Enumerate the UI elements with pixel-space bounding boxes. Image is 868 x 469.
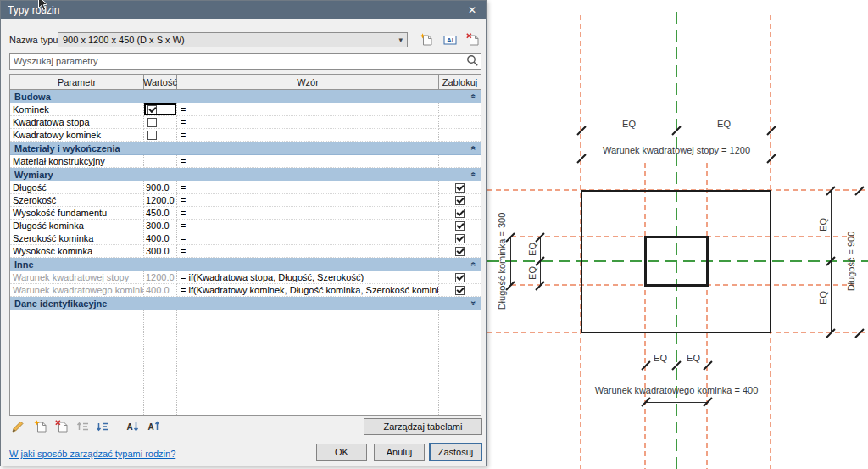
param-value-cell[interactable]: 1200.0: [144, 271, 177, 284]
param-lock-cell: [439, 103, 481, 116]
type-name-value: 900 x 1200 x 450 (D x S x W): [63, 35, 185, 45]
param-formula[interactable]: =: [177, 220, 439, 232]
param-formula[interactable]: = if(Kwadratowy kominek, Długość kominka…: [177, 284, 439, 297]
param-value-cell[interactable]: 400.0: [144, 284, 177, 297]
dim-label-eq[interactable]: EQ: [527, 243, 537, 256]
apply-button[interactable]: Zastosuj: [429, 443, 482, 461]
dim-label-eq[interactable]: EQ: [527, 266, 537, 280]
param-checkbox[interactable]: [147, 131, 157, 140]
param-formula[interactable]: =: [177, 116, 439, 129]
dim-label-eq[interactable]: EQ: [622, 119, 636, 129]
param-lock-cell[interactable]: [439, 207, 481, 220]
section-header-dane[interactable]: Dane identyfikacyjne»: [10, 297, 481, 310]
dim-label-square-chimney[interactable]: Warunek kwadratowego kominka = 400: [595, 385, 759, 395]
lock-checkbox[interactable]: [455, 196, 465, 205]
type-name-combobox[interactable]: 900 x 1200 x 450 (D x S x W) ▾: [58, 32, 408, 47]
search-icon[interactable]: [466, 54, 479, 70]
dim-label-eq[interactable]: EQ: [717, 119, 731, 129]
param-lock-cell[interactable]: [439, 232, 481, 245]
param-value-cell[interactable]: 450.0: [144, 207, 177, 220]
section-header-budowa[interactable]: Budowa«: [10, 90, 481, 103]
delete-parameter-icon[interactable]: [54, 419, 70, 434]
param-formula[interactable]: =: [177, 103, 439, 116]
param-formula[interactable]: =: [177, 207, 439, 220]
empty-cell: [10, 310, 144, 415]
param-formula[interactable]: =: [177, 155, 439, 168]
param-value-cell[interactable]: [144, 129, 177, 142]
chevron-double-up-icon[interactable]: «: [470, 94, 479, 99]
param-checkbox[interactable]: [147, 118, 157, 127]
chevron-double-up-icon[interactable]: «: [470, 262, 479, 267]
param-formula[interactable]: =: [177, 181, 439, 194]
lock-checkbox[interactable]: [455, 273, 465, 282]
ok-button[interactable]: OK: [316, 444, 367, 461]
chevron-double-up-icon[interactable]: «: [470, 146, 479, 151]
dim-line-chimney-length[interactable]: [510, 237, 511, 286]
chevron-double-down-icon[interactable]: »: [470, 301, 479, 306]
param-lock-cell[interactable]: [439, 194, 481, 207]
param-value-cell[interactable]: [144, 116, 177, 129]
section-header-wymiary[interactable]: Wymiary«: [10, 168, 481, 181]
section-header-materialy[interactable]: Materiały i wykończenia«: [10, 142, 481, 155]
dim-label-chimney-length[interactable]: Długość kominka = 300: [497, 213, 507, 310]
search-input[interactable]: [9, 53, 481, 70]
param-lock-cell[interactable]: [439, 271, 481, 284]
param-lock-cell[interactable]: [439, 284, 481, 297]
dim-label-eq[interactable]: EQ: [687, 353, 700, 363]
rename-type-button[interactable]: AI: [442, 32, 458, 47]
help-link[interactable]: W jaki sposób zarządzać typami rodzin?: [9, 449, 175, 459]
param-lock-cell[interactable]: [439, 220, 481, 232]
dim-line-footing-width[interactable]: [581, 159, 771, 159]
param-value-cell[interactable]: 1200.0: [144, 194, 177, 207]
dim-line-length[interactable]: [860, 191, 860, 333]
param-formula[interactable]: = if(Kwadratowa stopa, Długość, Szerokoś…: [177, 271, 439, 284]
dialog-titlebar[interactable]: Typy rodzin ✕: [1, 1, 486, 19]
move-up-icon[interactable]: [75, 419, 91, 434]
edit-parameter-icon[interactable]: [10, 419, 25, 434]
sort-ascending-icon[interactable]: A: [125, 419, 141, 434]
dim-label-eq[interactable]: EQ: [654, 353, 667, 363]
param-value-cell[interactable]: 900.0: [144, 181, 177, 194]
param-row: Długość kominka300.0=: [10, 220, 481, 232]
param-lock-cell: [439, 129, 481, 142]
lock-checkbox[interactable]: [455, 247, 465, 256]
dim-line-chimney-width[interactable]: [646, 402, 708, 403]
lock-checkbox[interactable]: [455, 234, 465, 243]
dim-label-square-footing[interactable]: Warunek kwadratowej stopy = 1200: [603, 145, 750, 155]
empty-cell: [144, 310, 177, 415]
param-lock-cell[interactable]: [439, 181, 481, 194]
param-formula[interactable]: =: [177, 129, 439, 142]
dim-label-eq[interactable]: EQ: [818, 218, 828, 232]
lock-checkbox[interactable]: [455, 286, 465, 295]
param-value-cell[interactable]: 300.0: [144, 245, 177, 258]
param-value-cell[interactable]: 300.0: [144, 220, 177, 232]
dim-label-eq[interactable]: EQ: [818, 291, 828, 304]
dim-label-length[interactable]: Długość = 900: [846, 232, 856, 292]
lock-checkbox[interactable]: [455, 221, 465, 231]
section-header-inne[interactable]: Inne«: [10, 258, 481, 271]
sort-descending-icon[interactable]: A: [147, 419, 162, 434]
param-formula[interactable]: =: [177, 194, 439, 207]
param-checkbox[interactable]: [147, 105, 157, 114]
param-value-cell[interactable]: 400.0: [144, 232, 177, 245]
param-lock-cell[interactable]: [439, 245, 481, 258]
param-name: Długość kominka: [10, 220, 144, 232]
new-type-button[interactable]: [419, 32, 434, 47]
param-formula[interactable]: =: [177, 245, 439, 258]
param-value-cell[interactable]: [144, 155, 177, 168]
new-parameter-icon[interactable]: [33, 419, 48, 434]
delete-type-button[interactable]: [465, 32, 481, 47]
param-value-cell[interactable]: [144, 103, 177, 116]
lock-checkbox[interactable]: [455, 183, 465, 193]
param-formula[interactable]: =: [177, 232, 439, 245]
table-empty-area: [10, 310, 481, 415]
chevron-double-up-icon[interactable]: «: [470, 172, 479, 177]
close-icon[interactable]: ✕: [465, 3, 479, 17]
chevron-down-icon[interactable]: ▾: [398, 36, 403, 44]
move-down-icon[interactable]: [95, 419, 110, 434]
param-row: Kwadratowy kominek=: [10, 129, 481, 142]
manage-tables-button[interactable]: Zarządzaj tabelami: [364, 418, 482, 435]
lock-checkbox[interactable]: [455, 209, 465, 218]
chimney-rectangle[interactable]: [644, 236, 709, 287]
cancel-button[interactable]: Anuluj: [374, 444, 425, 461]
